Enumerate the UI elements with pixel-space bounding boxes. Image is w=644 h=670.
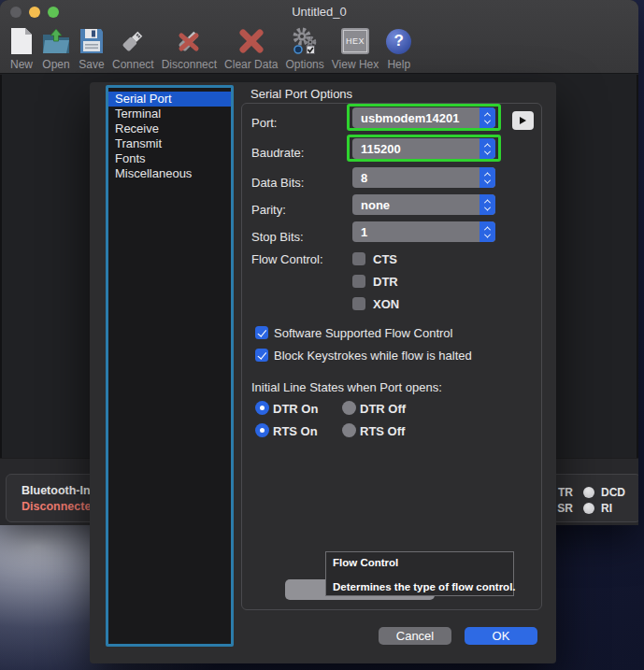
rts-on-label: RTS On <box>273 424 318 438</box>
stop-bits-value: 1 <box>361 225 367 239</box>
settings-category-list: Serial Port Terminal Receive Transmit Fo… <box>106 85 234 647</box>
usb-connect-icon <box>118 24 148 58</box>
dtr-on-label: DTR On <box>273 402 318 416</box>
baudrate-label: Baudrate: <box>251 146 304 160</box>
baudrate-dropdown[interactable]: 115200 <box>352 138 495 159</box>
ri-led <box>583 503 594 514</box>
flow-control-label: Flow Control: <box>251 252 323 266</box>
dtr-on-radio[interactable] <box>255 401 269 415</box>
block-keystrokes-label: Block Keystrokes while flow is halted <box>274 349 472 363</box>
parity-dropdown[interactable]: none <box>352 194 495 215</box>
save-floppy-icon <box>79 24 105 58</box>
sidebar-item-serial-port[interactable]: Serial Port <box>108 92 231 107</box>
sidebar-item-miscellaneous[interactable]: Miscellaneous <box>108 166 231 181</box>
titlebar: Untitled_0 <box>0 0 638 23</box>
xon-checkbox[interactable] <box>352 297 365 310</box>
new-document-icon <box>9 24 34 58</box>
initial-line-states-label: Initial Line States when Port opens: <box>251 380 442 394</box>
serial-port-options-group: Port: usbmodem14201 Baudrate: 115200 Dat… <box>241 103 542 610</box>
parity-value: none <box>361 198 390 212</box>
cts-checkbox[interactable] <box>352 252 365 265</box>
stepper-icon <box>479 138 495 159</box>
open-button[interactable]: Open <box>37 24 75 71</box>
port-label: Port: <box>251 116 277 130</box>
window-title: Untitled_0 <box>0 5 638 19</box>
cancel-button[interactable]: Cancel <box>379 627 451 645</box>
stepper-icon <box>479 167 495 188</box>
connection-options-dialog: Serial Port Terminal Receive Transmit Fo… <box>90 82 556 663</box>
port-dropdown[interactable]: usbmodem14201 <box>352 107 495 128</box>
data-bits-label: Data Bits: <box>251 176 304 190</box>
cts-checkbox-label: CTS <box>373 252 397 266</box>
view-hex-button[interactable]: HEX View Hex <box>328 24 382 71</box>
dtr-checkbox[interactable] <box>352 275 365 288</box>
baudrate-value: 115200 <box>361 142 401 156</box>
sidebar-item-transmit[interactable]: Transmit <box>108 136 231 151</box>
usb-disconnect-icon <box>174 24 204 58</box>
help-button[interactable]: ? Help <box>382 24 415 71</box>
rts-off-label: RTS Off <box>360 424 405 438</box>
stop-bits-label: Stop Bits: <box>251 230 304 244</box>
open-folder-icon <box>41 24 71 58</box>
stop-bits-dropdown[interactable]: 1 <box>352 221 495 242</box>
software-flow-control-label: Software Supported Flow Control <box>274 326 452 340</box>
rts-off-radio[interactable] <box>342 423 356 437</box>
dcd-label: DCD <box>601 486 625 499</box>
options-gears-icon <box>290 24 320 58</box>
view-hex-icon: HEX <box>341 24 369 58</box>
dtr-off-label: DTR Off <box>360 402 406 416</box>
stepper-icon <box>479 194 495 215</box>
data-bits-dropdown[interactable]: 8 <box>352 167 495 188</box>
ri-label: RI <box>601 502 612 515</box>
dtr-off-radio[interactable] <box>342 401 356 415</box>
xon-checkbox-label: XON <box>373 297 399 311</box>
clear-data-button[interactable]: Clear Data <box>221 24 281 71</box>
flow-control-tooltip: Flow Control Determines the type of flow… <box>325 551 514 596</box>
window-chrome: Untitled_0 New <box>0 0 638 74</box>
dcd-led <box>583 487 594 498</box>
connect-button[interactable]: Connect <box>108 24 158 71</box>
dtr-checkbox-label: DTR <box>373 275 398 289</box>
toolbar: New Open <box>0 23 638 71</box>
rts-on-radio[interactable] <box>255 423 269 437</box>
options-button[interactable]: Options <box>281 24 327 71</box>
disconnect-button[interactable]: Disconnect <box>158 24 221 71</box>
tooltip-title: Flow Control <box>333 557 398 568</box>
play-triangle-icon <box>520 117 526 124</box>
new-button[interactable]: New <box>6 24 37 71</box>
block-keystrokes-checkbox[interactable] <box>255 349 268 362</box>
panel-title: Serial Port Options <box>250 87 352 101</box>
sidebar-item-fonts[interactable]: Fonts <box>108 151 231 166</box>
stepper-icon <box>479 107 495 128</box>
data-bits-value: 8 <box>361 171 367 185</box>
sidebar-item-receive[interactable]: Receive <box>108 121 231 136</box>
stepper-icon <box>479 221 495 242</box>
software-flow-control-checkbox[interactable] <box>255 326 268 339</box>
tooltip-body: Determines the type of flow control. <box>333 581 516 592</box>
rescan-ports-button[interactable] <box>512 111 534 130</box>
parity-label: Parity: <box>251 203 286 217</box>
ok-button[interactable]: OK <box>465 627 537 645</box>
help-icon: ? <box>386 24 411 58</box>
clear-data-x-icon <box>236 24 266 58</box>
sidebar-item-terminal[interactable]: Terminal <box>108 107 231 121</box>
save-button[interactable]: Save <box>75 24 108 71</box>
port-value: usbmodem14201 <box>361 111 460 125</box>
